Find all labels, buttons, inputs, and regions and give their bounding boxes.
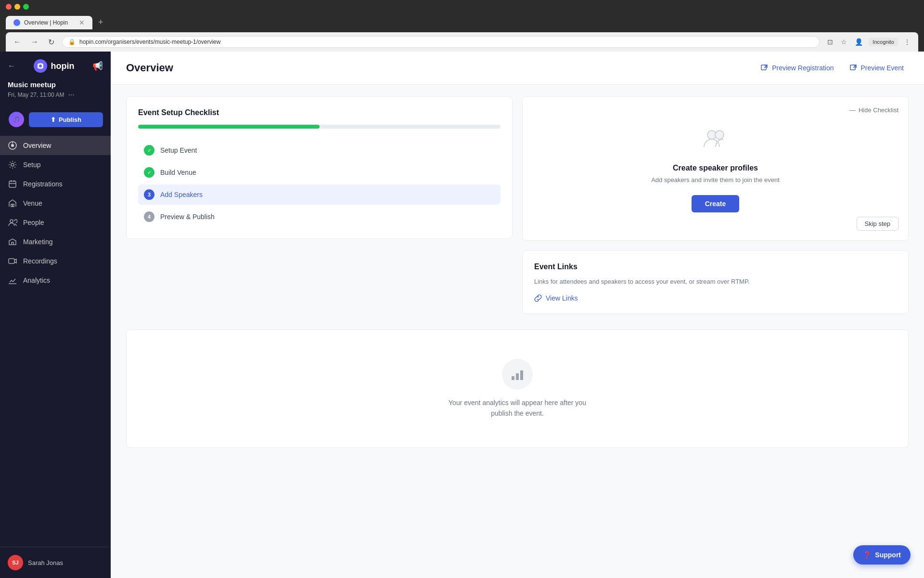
- people-icon: [8, 218, 17, 227]
- recordings-icon: [8, 256, 17, 266]
- marketing-icon: [8, 237, 17, 247]
- sidebar-item-registrations[interactable]: Registrations: [0, 174, 111, 194]
- registrations-icon: [8, 179, 17, 189]
- reload-button[interactable]: ↻: [46, 36, 56, 49]
- checklist-item-setup-event[interactable]: ✓ Setup Event: [138, 140, 500, 160]
- step-number-preview-publish: 4: [144, 211, 154, 222]
- incognito-label: Incognito: [873, 39, 894, 45]
- hopin-logo-icon: [34, 59, 47, 73]
- page-title: Overview: [126, 62, 173, 74]
- checklist-item-preview-publish[interactable]: 4 Preview & Publish: [138, 207, 500, 227]
- analytics-bar-icon: [510, 367, 525, 382]
- skip-step-button[interactable]: Skip step: [857, 217, 898, 231]
- notification-button[interactable]: 📢: [92, 61, 103, 71]
- hide-checklist-button[interactable]: — Hide Checklist: [849, 106, 898, 114]
- menu-button[interactable]: ⋮: [902, 36, 912, 48]
- svg-rect-16: [516, 373, 519, 380]
- svg-point-3: [11, 144, 14, 147]
- sidebar-footer: SJ Sarah Jonas: [0, 547, 111, 578]
- address-bar[interactable]: 🔒 hopin.com/organisers/events/music-meet…: [62, 36, 820, 48]
- event-info: Music meetup Fri, May 27, 11:00 AM ···: [0, 77, 111, 107]
- sidebar-item-marketing[interactable]: Marketing: [0, 232, 111, 251]
- svg-rect-6: [9, 181, 16, 187]
- checklist-item-setup-event-label: Setup Event: [160, 146, 197, 154]
- user-avatar: SJ: [8, 555, 23, 570]
- sidebar-item-recordings[interactable]: Recordings: [0, 251, 111, 271]
- svg-rect-15: [512, 376, 514, 380]
- sidebar: ← hopin 📢 Music meetup Fri, May 27, 11:0…: [0, 52, 111, 578]
- sidebar-item-people[interactable]: People: [0, 213, 111, 232]
- avatar-group: 🎵: [8, 111, 25, 128]
- sidebar-back-button[interactable]: ←: [8, 62, 15, 70]
- window-minimize[interactable]: [14, 4, 20, 10]
- sidebar-actions: 🎵 ⬆ Publish: [0, 107, 111, 136]
- content-grid: Event Setup Checklist ✓ Setup Event ✓: [126, 96, 909, 314]
- create-button[interactable]: Create: [692, 195, 740, 212]
- analytics-icon: [8, 276, 17, 285]
- bookmark-icon[interactable]: ☆: [839, 36, 849, 48]
- avatar: 🎵: [8, 111, 25, 128]
- new-tab-button[interactable]: +: [94, 15, 107, 29]
- checklist-item-build-venue[interactable]: ✓ Build Venue: [138, 162, 500, 183]
- main-body: Event Setup Checklist ✓ Setup Event ✓: [111, 85, 924, 460]
- hide-checklist-label: Hide Checklist: [859, 106, 898, 114]
- publish-button[interactable]: ⬆ Publish: [29, 112, 103, 127]
- external-link-icon: [760, 64, 768, 72]
- checklist-item-add-speakers[interactable]: 3 Add Speakers: [138, 184, 500, 205]
- svg-rect-12: [850, 65, 855, 70]
- window-close[interactable]: [6, 4, 12, 10]
- checklist-item-build-venue-label: Build Venue: [160, 169, 196, 176]
- publish-label: Publish: [59, 116, 81, 123]
- analytics-section: Your event analytics will appear here af…: [126, 329, 909, 448]
- preview-registration-label: Preview Registration: [772, 64, 834, 72]
- overview-icon: [8, 141, 17, 150]
- preview-event-button[interactable]: Preview Event: [845, 61, 909, 75]
- event-links-card: Event Links Links for attendees and spea…: [522, 250, 909, 314]
- nav-section: Overview Setup Registrations: [0, 136, 111, 547]
- link-icon: [534, 294, 542, 302]
- step-number-add-speakers: 3: [144, 189, 154, 200]
- logo-text: hopin: [51, 61, 75, 71]
- sidebar-item-analytics-label: Analytics: [23, 276, 50, 284]
- analytics-empty-text: Your event analytics will appear here af…: [440, 397, 594, 419]
- support-label: Support: [875, 551, 901, 559]
- event-links-title: Event Links: [534, 263, 897, 271]
- back-button[interactable]: ←: [12, 36, 23, 48]
- checklist-item-add-speakers-label: Add Speakers: [160, 191, 203, 198]
- forward-button[interactable]: →: [29, 36, 40, 48]
- sidebar-item-setup[interactable]: Setup: [0, 155, 111, 174]
- speaker-illustration: [701, 125, 730, 156]
- checklist-item-preview-publish-label: Preview & Publish: [160, 213, 215, 221]
- event-date: Fri, May 27, 11:00 AM ···: [8, 91, 103, 99]
- active-tab[interactable]: Overview | Hopin ✕: [6, 16, 92, 29]
- panel-description: Add speakers and invite them to join the…: [651, 176, 780, 184]
- user-name: Sarah Jonas: [28, 559, 63, 566]
- profile-icon[interactable]: 👤: [853, 36, 865, 48]
- tab-close-button[interactable]: ✕: [79, 19, 85, 26]
- sidebar-item-overview[interactable]: Overview: [0, 136, 111, 155]
- preview-event-label: Preview Event: [861, 64, 904, 72]
- header-actions: Preview Registration Preview Event: [756, 61, 909, 75]
- main-panel: — Hide Checklist Create speaker profi: [522, 96, 909, 241]
- view-links-button[interactable]: View Links: [534, 294, 578, 302]
- svg-rect-8: [13, 204, 14, 207]
- tab-favicon: [13, 19, 20, 26]
- sidebar-item-setup-label: Setup: [23, 161, 41, 169]
- window-maximize[interactable]: [23, 4, 29, 10]
- svg-point-1: [39, 65, 42, 67]
- sidebar-item-analytics[interactable]: Analytics: [0, 271, 111, 290]
- lock-icon: 🔒: [68, 39, 76, 45]
- progress-bar-container: [138, 125, 500, 129]
- checklist-title: Event Setup Checklist: [138, 108, 500, 117]
- support-button[interactable]: ❓ Support: [853, 545, 911, 565]
- preview-registration-button[interactable]: Preview Registration: [756, 61, 838, 75]
- event-options-button[interactable]: ···: [68, 91, 74, 99]
- venue-icon: [8, 198, 17, 208]
- progress-bar-fill: [138, 125, 320, 129]
- svg-rect-11: [761, 65, 766, 70]
- incognito-button[interactable]: Incognito: [869, 38, 898, 46]
- sidebar-item-venue[interactable]: Venue: [0, 194, 111, 213]
- cast-icon[interactable]: ⊡: [825, 36, 835, 48]
- svg-rect-17: [520, 370, 523, 380]
- event-name: Music meetup: [8, 80, 103, 89]
